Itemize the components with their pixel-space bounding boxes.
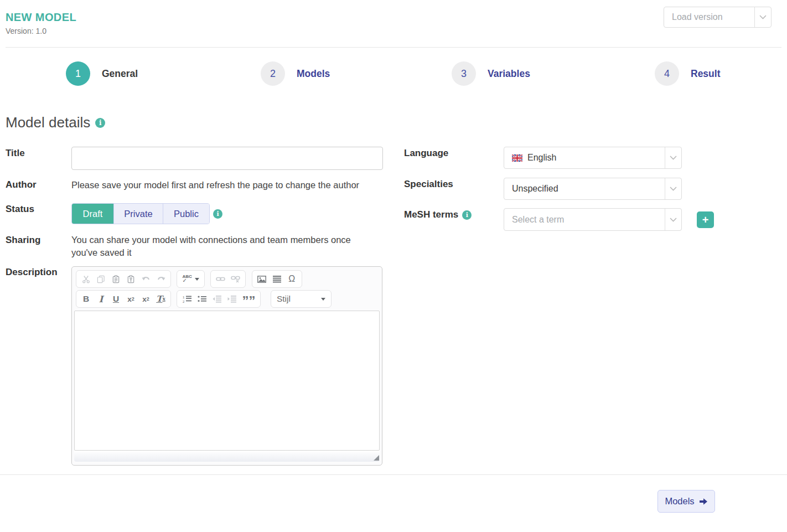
special-character-icon[interactable]: Ω xyxy=(287,272,297,286)
load-version-select[interactable]: Load version xyxy=(664,7,772,28)
header-divider xyxy=(6,47,781,48)
step-label: Result xyxy=(691,68,720,80)
title-input[interactable] xyxy=(71,147,383,170)
language-label: Language xyxy=(404,148,448,159)
step-general[interactable]: 1 General xyxy=(66,61,138,86)
ordered-list-icon[interactable]: 12 xyxy=(182,292,191,306)
link-group xyxy=(210,270,246,288)
uk-flag-icon xyxy=(512,154,522,162)
language-value-wrap: English xyxy=(504,147,665,168)
status-public-button[interactable]: Public xyxy=(163,204,209,224)
specialties-label: Specialties xyxy=(404,179,453,190)
section-title-text: Model details xyxy=(6,114,90,131)
mesh-terms-label-text: MeSH terms xyxy=(404,209,458,220)
page-header: NEW MODEL Version: 1.0 xyxy=(6,11,76,35)
step-number: 3 xyxy=(452,61,476,86)
status-button-group: Draft Private Public xyxy=(71,203,210,224)
chevron-down-icon[interactable] xyxy=(665,209,681,230)
new-model-page: NEW MODEL Version: 1.0 Load version 1 Ge… xyxy=(0,0,787,532)
next-models-button[interactable]: Models xyxy=(657,490,715,513)
blockquote-icon[interactable]: ”” xyxy=(242,292,255,306)
title-label: Title xyxy=(6,148,25,159)
underline-icon[interactable]: U xyxy=(111,292,121,306)
description-textarea[interactable] xyxy=(74,311,380,451)
section-heading: Model details i xyxy=(6,114,105,131)
add-mesh-term-button[interactable]: + xyxy=(697,211,714,228)
outdent-icon[interactable] xyxy=(212,292,221,306)
page-title: NEW MODEL xyxy=(6,11,76,24)
author-label: Author xyxy=(6,179,37,190)
language-value: English xyxy=(527,153,556,163)
chevron-down-icon[interactable] xyxy=(754,7,771,27)
description-label: Description xyxy=(6,267,58,278)
specialties-select[interactable]: Unspecified xyxy=(504,178,682,200)
insert-group: Ω xyxy=(252,270,302,288)
unlink-icon[interactable] xyxy=(231,272,240,286)
subscript-icon[interactable]: x2 xyxy=(126,292,136,306)
redo-icon[interactable] xyxy=(156,272,165,286)
svg-text:1: 1 xyxy=(183,296,185,299)
mesh-info-icon[interactable]: i xyxy=(462,210,472,220)
plus-icon: + xyxy=(702,214,709,225)
step-label: Variables xyxy=(488,68,530,80)
status-private-button[interactable]: Private xyxy=(113,204,163,224)
status-label: Status xyxy=(6,204,34,215)
undo-icon[interactable] xyxy=(141,272,151,286)
load-version-value: Load version xyxy=(664,7,754,27)
indent-icon[interactable] xyxy=(227,292,236,306)
paste-from-word-icon[interactable] xyxy=(126,272,136,286)
arrow-right-icon xyxy=(699,497,708,506)
basicstyles-group: B I U x2 x2 Tx xyxy=(76,290,171,308)
editor-footer xyxy=(74,451,380,462)
step-models[interactable]: 2 Models xyxy=(261,61,330,86)
sharing-note: You can share your model with connection… xyxy=(71,234,381,259)
clipboard-group xyxy=(76,270,171,288)
editor-toolbar: ABC✓ Ω xyxy=(74,268,380,310)
style-combo-label: Stijl xyxy=(277,294,291,304)
info-icon[interactable]: i xyxy=(95,118,105,128)
cut-icon[interactable] xyxy=(81,272,91,286)
resize-handle-icon[interactable] xyxy=(374,455,379,461)
language-select[interactable]: English xyxy=(504,147,682,169)
specialties-value: Unspecified xyxy=(504,178,665,199)
style-combo[interactable]: Stijl xyxy=(271,290,332,308)
description-editor: ABC✓ Ω xyxy=(71,266,382,466)
svg-text:2: 2 xyxy=(183,300,185,303)
step-label: Models xyxy=(297,68,330,80)
status-draft-button[interactable]: Draft xyxy=(72,204,113,224)
sharing-label: Sharing xyxy=(6,235,40,246)
next-models-label: Models xyxy=(665,496,694,507)
bold-icon[interactable]: B xyxy=(81,292,91,306)
chevron-down-icon[interactable] xyxy=(665,147,681,168)
step-label: General xyxy=(102,68,138,80)
link-icon[interactable] xyxy=(216,272,225,286)
italic-icon[interactable]: I xyxy=(96,292,106,306)
paragraph-group: 12 ”” xyxy=(177,290,261,308)
paste-icon[interactable] xyxy=(111,272,121,286)
chevron-down-icon[interactable] xyxy=(665,178,681,199)
unordered-list-icon[interactable] xyxy=(197,292,206,306)
spell-check-icon[interactable]: ABC✓ xyxy=(182,275,199,283)
superscript-icon[interactable]: x2 xyxy=(141,292,151,306)
step-number: 1 xyxy=(66,61,90,86)
horizontal-lines-icon[interactable] xyxy=(272,272,282,286)
image-icon[interactable] xyxy=(257,272,267,286)
mesh-terms-placeholder: Select a term xyxy=(504,209,665,230)
copy-icon[interactable] xyxy=(96,272,106,286)
status-info-icon[interactable]: i xyxy=(213,209,222,219)
step-variables[interactable]: 3 Variables xyxy=(452,61,530,86)
footer-divider xyxy=(0,474,787,475)
spellcheck-group: ABC✓ xyxy=(177,270,204,288)
remove-format-icon[interactable]: Tx xyxy=(156,292,165,306)
mesh-terms-select[interactable]: Select a term xyxy=(504,208,682,231)
mesh-terms-label: MeSH terms i xyxy=(404,209,472,220)
author-note: Please save your model first and refresh… xyxy=(71,179,390,192)
version-label: Version: 1.0 xyxy=(6,27,76,35)
step-result[interactable]: 4 Result xyxy=(655,61,720,86)
step-number: 2 xyxy=(261,61,285,86)
step-number: 4 xyxy=(655,61,679,86)
